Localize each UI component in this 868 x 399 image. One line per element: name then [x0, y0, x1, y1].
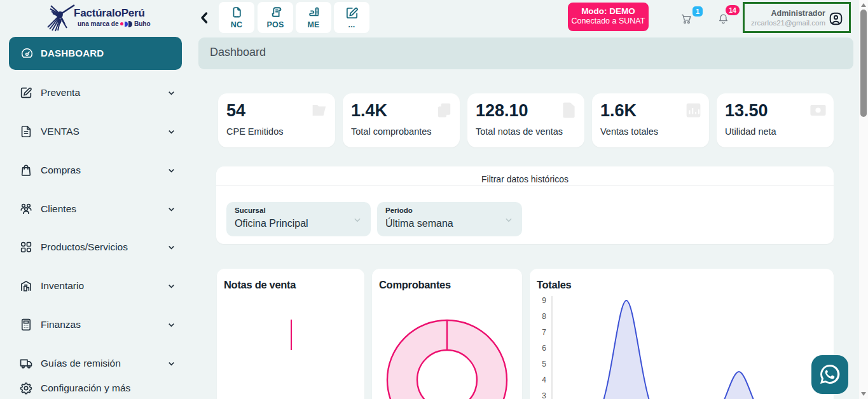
svg-text:3: 3 [542, 391, 546, 399]
svg-text:7: 7 [542, 328, 546, 337]
svg-text:5: 5 [542, 360, 546, 369]
svg-text:8: 8 [542, 312, 546, 321]
svg-text:6: 6 [542, 344, 546, 353]
svg-text:9: 9 [542, 296, 546, 305]
svg-text:4: 4 [542, 375, 546, 384]
